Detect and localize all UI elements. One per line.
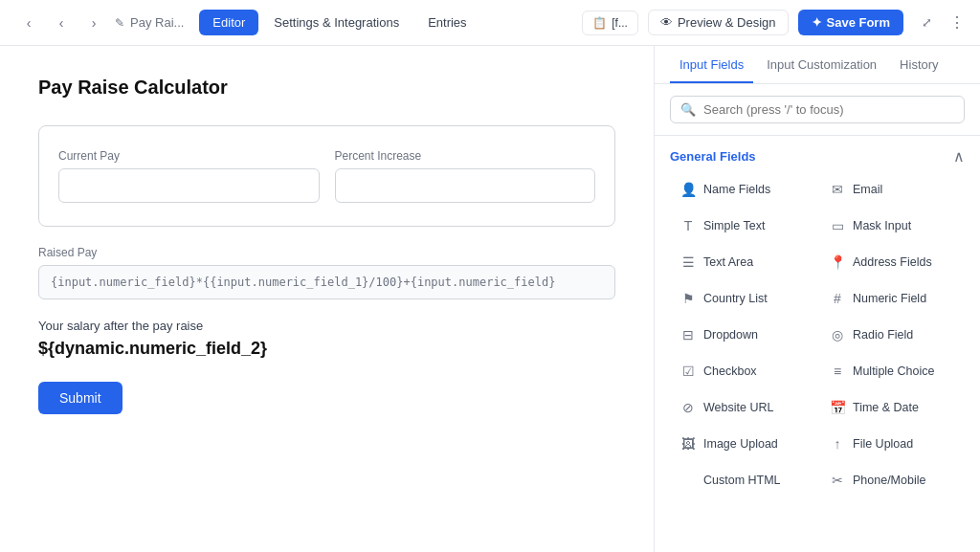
field-label-address_fields: Address Fields xyxy=(853,255,932,269)
fields-grid: 👤 Name Fields ✉ Email T Simple Text ▭ Ma… xyxy=(670,173,965,497)
field-icon-country_list: ⚑ xyxy=(680,291,696,306)
field-item-image_upload[interactable]: 🖼 Image Upload xyxy=(670,428,815,460)
field-label-custom_html: Custom HTML xyxy=(703,474,781,487)
field-item-radio_field[interactable]: ◎ Radio Field xyxy=(819,319,965,351)
raised-pay-label: Raised Pay xyxy=(38,246,615,259)
form-title-nav[interactable]: ✎ Pay Rai... xyxy=(115,15,184,30)
field-icon-website_url: ⊘ xyxy=(680,400,696,415)
template-icon: 📋 xyxy=(592,16,607,30)
field-item-simple_text[interactable]: T Simple Text xyxy=(670,210,815,242)
tab-input-fields[interactable]: Input Fields xyxy=(670,46,753,83)
field-label-time_date: Time & Date xyxy=(853,401,919,414)
percent-increase-label: Percent Increase xyxy=(335,149,596,163)
form-card: Current Pay Percent Increase xyxy=(38,125,615,227)
field-item-checkbox[interactable]: ☑ Checkbox xyxy=(670,355,815,387)
forward-button[interactable]: › xyxy=(80,10,107,36)
field-icon-numeric_field: # xyxy=(830,291,845,306)
field-label-text_area: Text Area xyxy=(703,255,753,269)
field-label-name_fields: Name Fields xyxy=(703,183,770,196)
field-item-file_upload[interactable]: ↑ File Upload xyxy=(819,428,965,460)
nav-tabs: Editor Settings & Integrations Entries xyxy=(199,10,479,35)
save-label: Save Form xyxy=(827,15,890,30)
back2-button[interactable]: ‹ xyxy=(48,10,75,36)
field-label-file_upload: File Upload xyxy=(853,437,913,451)
nav-arrows: ‹ ‹ › xyxy=(15,10,107,36)
template-button[interactable]: 📋 [f... xyxy=(582,11,638,35)
field-label-email: Email xyxy=(853,183,882,196)
field-icon-name_fields: 👤 xyxy=(680,182,696,197)
nav-right: 📋 [f... 👁 Preview & Design ✦ Save Form ⤢… xyxy=(582,10,965,36)
field-icon-radio_field: ◎ xyxy=(830,327,845,342)
raised-pay-section: Raised Pay {input.numeric_field}*{{input… xyxy=(38,246,615,299)
expand-button[interactable]: ⤢ xyxy=(913,10,940,36)
more-menu-button[interactable]: ⋮ xyxy=(949,13,965,32)
tab-input-customization[interactable]: Input Customization xyxy=(757,46,886,83)
tab-editor[interactable]: Editor xyxy=(199,10,258,35)
tab-entries[interactable]: Entries xyxy=(414,10,479,35)
field-label-radio_field: Radio Field xyxy=(853,328,913,342)
field-item-website_url[interactable]: ⊘ Website URL xyxy=(670,391,815,424)
tab-history[interactable]: History xyxy=(890,46,947,83)
form-title-text: Pay Rai... xyxy=(130,15,184,30)
current-pay-input[interactable] xyxy=(58,168,320,203)
search-input-wrap: 🔍 xyxy=(670,96,965,123)
field-item-name_fields[interactable]: 👤 Name Fields xyxy=(670,173,815,206)
field-label-simple_text: Simple Text xyxy=(703,219,765,232)
field-label-multiple_choice: Multiple Choice xyxy=(853,364,934,378)
field-item-country_list[interactable]: ⚑ Country List xyxy=(670,282,815,315)
current-pay-label: Current Pay xyxy=(58,149,320,163)
field-label-country_list: Country List xyxy=(703,292,768,305)
field-icon-image_upload: 🖼 xyxy=(680,436,696,452)
field-label-numeric_field: Numeric Field xyxy=(853,292,926,305)
submit-button[interactable]: Submit xyxy=(38,382,122,414)
field-label-mask_input: Mask Input xyxy=(853,219,911,232)
preview-label: Preview & Design xyxy=(678,15,776,30)
search-input[interactable] xyxy=(703,102,954,117)
field-icon-checkbox: ☑ xyxy=(680,364,696,379)
back-button[interactable]: ‹ xyxy=(15,10,42,36)
field-label-phone_mobile: Phone/Mobile xyxy=(853,474,925,487)
field-item-numeric_field[interactable]: # Numeric Field xyxy=(819,282,965,315)
formula-display: {input.numeric_field}*{{input.numeric_fi… xyxy=(38,265,615,299)
result-value: ${dynamic.numeric_field_2} xyxy=(38,339,615,359)
field-icon-dropdown: ⊟ xyxy=(680,327,696,342)
field-icon-phone_mobile: ✂ xyxy=(830,473,845,488)
fields-container: General Fields ∧ 👤 Name Fields ✉ Email T… xyxy=(655,136,980,552)
search-icon: 🔍 xyxy=(680,102,696,117)
percent-increase-input[interactable] xyxy=(335,168,596,203)
preview-button[interactable]: 👁 Preview & Design xyxy=(648,10,789,35)
save-form-button[interactable]: ✦ Save Form xyxy=(798,10,903,35)
field-item-multiple_choice[interactable]: ≡ Multiple Choice xyxy=(819,355,965,387)
field-item-email[interactable]: ✉ Email xyxy=(819,173,965,206)
field-item-custom_html[interactable]: Custom HTML xyxy=(670,464,815,497)
field-icon-time_date: 📅 xyxy=(830,400,845,415)
field-label-image_upload: Image Upload xyxy=(703,437,778,451)
right-tabs: Input Fields Input Customization History xyxy=(655,46,980,84)
percent-increase-field: Percent Increase xyxy=(335,149,596,203)
current-pay-field: Current Pay xyxy=(58,149,320,203)
section-title: General Fields xyxy=(670,149,756,164)
field-icon-text_area: ☰ xyxy=(680,254,696,270)
field-item-text_area[interactable]: ☰ Text Area xyxy=(670,246,815,278)
section-header: General Fields ∧ xyxy=(670,136,965,173)
field-item-address_fields[interactable]: 📍 Address Fields xyxy=(819,246,965,278)
eye-icon: 👁 xyxy=(660,15,673,30)
result-section: Your salary after the pay raise ${dynami… xyxy=(38,319,615,359)
field-item-mask_input[interactable]: ▭ Mask Input xyxy=(819,210,965,242)
field-label-dropdown: Dropdown xyxy=(703,328,758,342)
field-item-phone_mobile[interactable]: ✂ Phone/Mobile xyxy=(819,464,965,497)
field-label-website_url: Website URL xyxy=(703,401,773,414)
form-heading: Pay Raise Calculator xyxy=(38,77,615,99)
editor-panel: Pay Raise Calculator Current Pay Percent… xyxy=(0,46,655,552)
edit-icon: ✎ xyxy=(115,16,124,30)
main-layout: Pay Raise Calculator Current Pay Percent… xyxy=(0,46,980,552)
right-panel: Input Fields Input Customization History… xyxy=(655,46,980,552)
form-row: Current Pay Percent Increase xyxy=(58,149,595,203)
tab-settings[interactable]: Settings & Integrations xyxy=(260,10,412,35)
field-item-dropdown[interactable]: ⊟ Dropdown xyxy=(670,319,815,351)
field-icon-address_fields: 📍 xyxy=(830,254,845,270)
collapse-button[interactable]: ∧ xyxy=(953,147,965,166)
field-item-time_date[interactable]: 📅 Time & Date xyxy=(819,391,965,424)
search-bar: 🔍 xyxy=(655,84,980,136)
save-icon: ✦ xyxy=(812,15,822,30)
